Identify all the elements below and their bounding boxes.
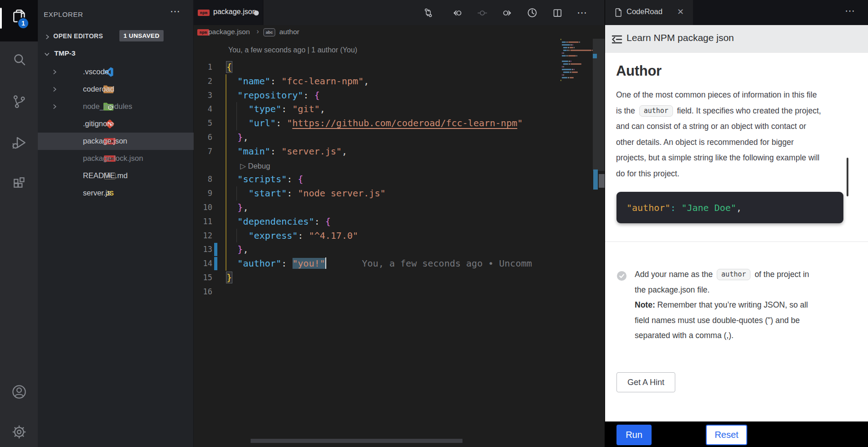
code-line-13[interactable]: 13 }, [194, 242, 560, 257]
horizontal-scrollbar[interactable] [251, 439, 462, 443]
breadcrumb-file[interactable]: package.json [208, 28, 250, 36]
file-row-node-modules[interactable]: snode_modules [38, 98, 194, 115]
code-line-8[interactable]: 8 "scripts": { [194, 172, 560, 186]
minimap-line [568, 77, 569, 78]
file-row--vscode[interactable]: .vscode [38, 63, 194, 81]
tab-package-json[interactable]: npm package.json [194, 0, 263, 25]
breadcrumb-symbol[interactable]: author [279, 28, 299, 36]
code-line-3[interactable]: 3 "repository": { [194, 88, 560, 103]
panel-bottom-bar: Run Reset [605, 421, 868, 447]
tab-coderoad[interactable]: CodeRoad ✕ [605, 0, 693, 25]
editor-group: npm package.json [194, 0, 605, 447]
file-name: .vscode [83, 67, 109, 76]
codelens-debug[interactable]: ▷ Debug [194, 159, 560, 173]
line-number: 7 [194, 144, 212, 159]
lesson-heading: Author [616, 63, 662, 79]
run-button[interactable]: Run [616, 425, 652, 445]
activity-item-account[interactable] [0, 376, 38, 408]
scrollbar-thumb-fragment[interactable] [599, 174, 605, 188]
code-line-14[interactable]: 14 "author": "you!"You, a few seconds ag… [194, 257, 560, 271]
vscode-window: 1 [0, 0, 868, 447]
back-to-lessons-icon [610, 32, 624, 46]
line-number: 3 [194, 88, 212, 103]
minimap-line [574, 69, 575, 70]
profile-icon[interactable] [525, 6, 539, 20]
root-folder-label: TMP-3 [54, 49, 76, 57]
code-editor[interactable]: You, a few seconds ago | 1 author (You) … [194, 41, 560, 447]
file-name: package-lock.json [83, 154, 143, 163]
activity-item-search[interactable] [0, 44, 38, 76]
code-line-2[interactable]: 2 "name": "fcc-learn-npm", [194, 74, 560, 88]
line-number: 10 [194, 200, 212, 215]
blame-codelens[interactable]: You, a few seconds ago | 1 author (You) [228, 46, 357, 54]
get-hint-button[interactable]: Get A Hint [616, 372, 675, 392]
code-line-6[interactable]: 6 }, [194, 130, 560, 144]
text: is the [616, 106, 637, 115]
editor-tab-bar: npm package.json [194, 0, 605, 25]
activity-item-explorer[interactable]: 1 [0, 0, 38, 41]
code-token: "author" [627, 202, 670, 213]
code-line-11[interactable]: 11 "dependencies": { [194, 215, 560, 229]
file-row--gitignore[interactable]: .gitignore [38, 115, 194, 133]
symbol-string-icon: abc [263, 28, 275, 36]
minimap[interactable] [560, 39, 593, 93]
file-row-coderoad[interactable]: coderoad [38, 81, 194, 98]
close-icon[interactable]: ✕ [677, 7, 684, 17]
current-change-icon[interactable] [475, 6, 489, 20]
code-line-16[interactable]: 16 [194, 285, 560, 299]
file-row-package-lock-json[interactable]: npmpackage-lock.json [38, 150, 194, 167]
file-row-README-md[interactable]: M↓README.md [38, 167, 194, 185]
reset-button[interactable]: Reset [706, 425, 747, 445]
file-row-server-js[interactable]: JSserver.js [38, 185, 194, 202]
panel-more-actions[interactable]: ⋯ [845, 5, 856, 17]
minimap-line [566, 41, 568, 43]
code-line-9[interactable]: 9 "start": "node server.js" [194, 186, 560, 200]
minimap-line [563, 74, 564, 76]
sidebar-more-actions[interactable]: ⋯ [170, 5, 181, 17]
explorer-sidebar: EXPLORER ⋯ OPEN EDITORS 1 UNSAVED TMP-3 … [38, 0, 194, 447]
code-line-10[interactable]: 10 }, [194, 200, 560, 215]
tree-root-tmp-3[interactable]: TMP-3 [38, 46, 194, 62]
code-line-1[interactable]: 1{ [194, 60, 560, 74]
tab-label: CodeRoad [627, 7, 663, 16]
activity-item-settings[interactable] [0, 416, 38, 447]
minimap-line [570, 47, 573, 48]
line-number: 5 [194, 116, 212, 130]
chevron-right-icon [51, 103, 58, 110]
chevron-down-icon [43, 51, 51, 58]
activity-item-source-control[interactable] [0, 86, 38, 118]
minimap-line [562, 66, 563, 67]
open-editors-section[interactable]: OPEN EDITORS 1 UNSAVED [38, 29, 194, 45]
text: field. It specifies who created the proj… [675, 106, 821, 115]
overview-ruler[interactable] [593, 39, 605, 440]
text: separated with a comma (,). [635, 331, 734, 340]
previous-change-icon[interactable] [450, 6, 464, 20]
code-line-7[interactable]: 7 "main": "server.js", [194, 144, 560, 159]
minimap-line [568, 47, 569, 48]
activity-item-run-debug[interactable] [0, 127, 38, 159]
code-line-15[interactable]: 15} [194, 271, 560, 285]
minimap-line [560, 80, 561, 81]
text: of the project in [752, 270, 809, 279]
git-compare-icon[interactable] [421, 6, 435, 20]
panel-scrollbar[interactable] [847, 158, 848, 196]
minimap-line [562, 77, 567, 78]
split-editor-icon[interactable] [550, 6, 564, 20]
modified-marker [593, 54, 597, 58]
editor-more-actions[interactable]: ⋯ [575, 6, 589, 20]
debug-codelens[interactable]: ▷ Debug [240, 162, 270, 170]
activity-item-extensions[interactable] [0, 167, 38, 199]
code-line-5[interactable]: 5 "url": "https://github.com/coderoad/fc… [194, 116, 560, 130]
file-name: .gitignore [83, 119, 114, 128]
file-row-package-json[interactable]: npmpackage.json [38, 133, 194, 150]
code-line-12[interactable]: 12 "express": "^4.17.0" [194, 229, 560, 243]
line-number: 15 [194, 271, 212, 285]
next-change-icon[interactable] [500, 6, 514, 20]
text-line: is the author field. It specifies who cr… [616, 106, 853, 122]
minimap-line [570, 50, 592, 51]
text-line: field names must use double-quotes (") a… [635, 316, 853, 331]
dirty-indicator-icon[interactable] [254, 10, 259, 15]
breadcrumb[interactable]: npm package.json › abc author [194, 25, 605, 41]
code-line-4[interactable]: 4 "type": "git", [194, 102, 560, 116]
scrollbar-thumb[interactable] [593, 39, 605, 171]
